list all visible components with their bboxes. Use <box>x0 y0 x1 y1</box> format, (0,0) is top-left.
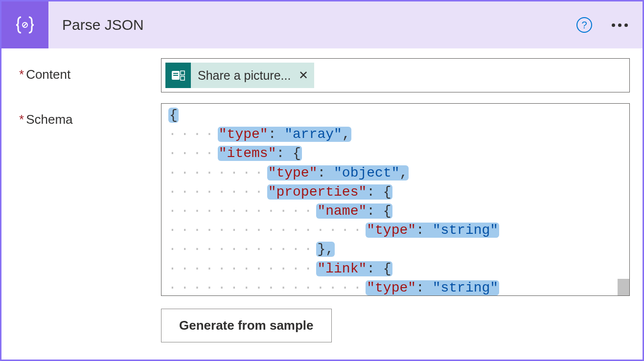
code-line: ············"link": { <box>168 259 622 278</box>
generate-from-sample-button[interactable]: Generate from sample <box>161 309 332 342</box>
svg-rect-3 <box>173 73 178 74</box>
scrollbar-thumb[interactable] <box>618 279 629 295</box>
token-remove-icon[interactable]: ✕ <box>299 68 308 82</box>
svg-rect-4 <box>173 75 178 76</box>
action-title: Parse JSON <box>62 17 144 33</box>
content-label: *Content <box>19 58 161 82</box>
code-line: ········"type": "object", <box>168 163 622 182</box>
parse-json-icon <box>1 1 48 48</box>
code-line: ····"items": { <box>168 144 622 163</box>
svg-rect-5 <box>181 71 184 75</box>
code-line: ····"type": "array", <box>168 125 622 144</box>
code-line: ············"name": { <box>168 202 622 221</box>
svg-line-1 <box>23 23 27 27</box>
svg-rect-6 <box>181 76 184 80</box>
action-header: Parse JSON ? <box>1 1 643 48</box>
schema-editor[interactable]: {····"type": "array",····"items": {·····… <box>161 103 630 296</box>
token-label: Share a picture... <box>198 68 291 83</box>
code-line: ················"type": "string" <box>168 278 622 296</box>
schema-label: *Schema <box>19 103 161 127</box>
content-input[interactable]: Share a picture... ✕ <box>161 58 630 92</box>
code-line: { <box>168 106 622 125</box>
help-icon[interactable]: ? <box>576 17 592 33</box>
forms-icon <box>165 63 191 88</box>
more-menu-icon[interactable] <box>612 23 628 27</box>
dynamic-content-token[interactable]: Share a picture... ✕ <box>165 63 314 88</box>
code-line: ················"type": "string" <box>168 221 622 240</box>
code-line: ········"properties": { <box>168 182 622 202</box>
code-line: ············}, <box>168 240 622 259</box>
